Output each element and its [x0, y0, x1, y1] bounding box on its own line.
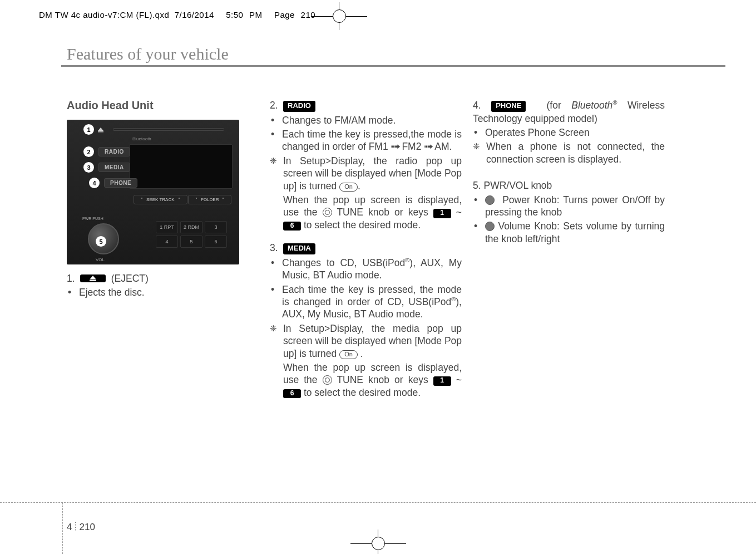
eject-badge: [80, 274, 106, 282]
fig-bluetooth-label: Bluetooth: [132, 136, 151, 141]
column-right: 4. PHONE (for Bluetooth® Wireless Techno…: [473, 99, 665, 400]
item-3-note-1: In Setup>Display, the media pop up scree…: [270, 322, 462, 360]
page-number: 4 210: [67, 522, 95, 533]
audio-head-unit-heading: Audio Head Unit: [67, 99, 259, 112]
on-pill-2: On: [339, 350, 358, 359]
key-1-badge: 1: [433, 209, 451, 218]
item-2-bullet-1: Changes to FM/AM mode.: [270, 114, 462, 126]
tune-knob-icon-2: [323, 375, 332, 385]
item-5-header: 5. PWR/VOL knob: [473, 179, 665, 192]
crop-guide-vertical: [62, 503, 63, 554]
svg-rect-1: [98, 131, 103, 133]
item-4-header: 4. PHONE (for Bluetooth® Wireless Techno…: [473, 99, 665, 125]
item-2-header: 2. RADIO: [270, 99, 462, 112]
fig-folder: ˅FOLDER˄: [188, 195, 231, 204]
column-left: Audio Head Unit 1 Bluetooth 2 RADIO 3 ME…: [67, 99, 259, 400]
fig-preset-grid: 1 RPT2 RDM3 456: [156, 221, 227, 248]
radio-badge: RADIO: [283, 101, 315, 112]
section-header: Features of your vehicle: [67, 45, 725, 67]
fig-pwr-push-label: PWR PUSH: [82, 217, 103, 221]
fig-media-button: MEDIA: [98, 163, 130, 172]
item-5-bullet-1: Power Knob: Turns power On/Off by pressi…: [473, 194, 665, 219]
fig-vol-label: VOL: [96, 257, 105, 262]
phone-badge: PHONE: [491, 101, 526, 112]
prepress-header: DM TW 4c audio-v7:CM (FL).qxd 7/16/2014 …: [39, 10, 315, 19]
registration-mark-top: [312, 2, 367, 30]
item-2-note-2: When the pop up screen is displayed, use…: [270, 194, 462, 231]
fig-phone-button: PHONE: [104, 178, 137, 188]
volume-knob-icon: [485, 222, 495, 231]
item-2-note-1: In Setup>Display, the radio pop up scree…: [270, 155, 462, 192]
item-4-bullet-1: Operates Phone Screen: [473, 126, 665, 139]
item-3-bullet-1: Changes to CD, USB(iPod®), AUX, My Music…: [270, 257, 462, 282]
svg-marker-2: [90, 276, 96, 280]
svg-rect-3: [90, 280, 96, 281]
svg-marker-0: [98, 128, 103, 131]
callout-4: 4: [89, 178, 100, 188]
item-1-bullet-1: Ejects the disc.: [67, 286, 259, 298]
column-middle: 2. RADIO Changes to FM/AM mode. Each tim…: [270, 99, 462, 400]
on-pill: On: [339, 183, 358, 192]
eject-icon: [97, 127, 104, 133]
fig-seek-track: ˅SEEK TRACK˄: [134, 195, 187, 204]
item-5-bullet-2: Volume Knob: Sets volume by turning the …: [473, 220, 665, 245]
key-6-badge-2: 6: [283, 389, 301, 398]
key-6-badge: 6: [283, 222, 301, 231]
content-columns: Audio Head Unit 1 Bluetooth 2 RADIO 3 ME…: [67, 99, 725, 400]
callout-1: 1: [83, 124, 94, 135]
key-1-badge-2: 1: [433, 376, 451, 385]
media-badge: MEDIA: [283, 243, 315, 254]
fig-radio-button: RADIO: [98, 147, 130, 156]
registration-mark-bottom: [350, 530, 406, 554]
item-1-header: 1. (EJECT): [67, 272, 259, 285]
head-unit-figure: 1 Bluetooth 2 RADIO 3 MEDIA 4 PHONE: [67, 120, 239, 264]
tune-knob-icon: [323, 208, 332, 217]
callout-3: 3: [83, 162, 94, 173]
item-3-bullet-2: Each time the key is pressed, the mode i…: [270, 283, 462, 321]
callout-2: 2: [83, 146, 94, 157]
item-3-note-2: When the pop up screen is displayed, use…: [270, 361, 462, 399]
power-knob-icon: [485, 195, 495, 205]
item-4-note-1: When a phone is not connected, the conne…: [473, 140, 665, 165]
page-body: Features of your vehicle Audio Head Unit…: [0, 28, 756, 554]
item-3-header: 3. MEDIA: [270, 242, 462, 255]
item-2-bullet-2: Each time the key is pressed,the mode is…: [270, 128, 462, 153]
crop-guide-horizontal: [0, 502, 756, 503]
callout-5: 5: [96, 236, 106, 247]
